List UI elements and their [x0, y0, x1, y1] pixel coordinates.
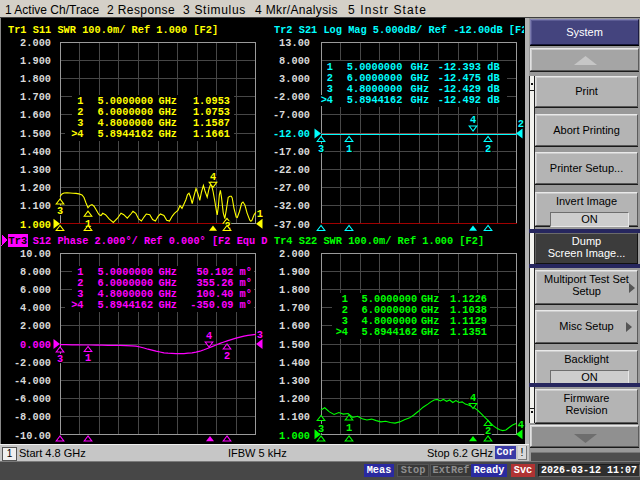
svg-text:4.000: 4.000 — [20, 302, 51, 314]
svg-text:4: 4 — [518, 419, 524, 431]
svg-text:-32.00: -32.00 — [273, 200, 310, 212]
svg-text:5.8944162: 5.8944162 — [347, 94, 403, 106]
svg-text:>4: >4 — [321, 94, 333, 106]
svg-text:2.000: 2.000 — [20, 37, 51, 49]
svg-text:4: 4 — [210, 171, 216, 183]
svg-text:Tr4 S22 SWR 100.0m/ Ref 1.000: Tr4 S22 SWR 100.0m/ Ref 1.000 [F2] — [274, 235, 484, 247]
svg-text:1.300: 1.300 — [20, 164, 51, 176]
svg-text:1.000: 1.000 — [279, 430, 310, 442]
svg-text:m°: m° — [240, 299, 252, 311]
svg-text:-17.00: -17.00 — [273, 146, 310, 158]
svg-text:6.000: 6.000 — [20, 284, 51, 296]
svg-text:1.500: 1.500 — [20, 128, 51, 140]
svg-text:4: 4 — [470, 114, 476, 126]
svg-text:2: 2 — [485, 425, 491, 437]
svg-text:-350.09: -350.09 — [190, 299, 233, 311]
svg-text:-12.00: -12.00 — [273, 128, 310, 140]
svg-text:Tr1 S11 SWR 100.0m/ Ref 1.000: Tr1 S11 SWR 100.0m/ Ref 1.000 [F2] — [8, 24, 218, 36]
svg-text:1.1661: 1.1661 — [193, 128, 230, 140]
svg-text:Tr3: Tr3 — [9, 235, 28, 247]
svg-text:10.00: 10.00 — [20, 248, 51, 260]
svg-text:1.200: 1.200 — [279, 393, 310, 405]
svg-text:1.900: 1.900 — [279, 266, 310, 278]
svg-text:1.000: 1.000 — [20, 219, 51, 231]
svg-text:-4.000: -4.000 — [14, 375, 51, 387]
svg-text:1.200: 1.200 — [20, 182, 51, 194]
svg-text:3: 3 — [318, 143, 324, 155]
svg-text:-7.000: -7.000 — [273, 109, 310, 121]
svg-text:1: 1 — [346, 422, 352, 434]
svg-text:2: 2 — [224, 350, 230, 362]
svg-text:1.400: 1.400 — [20, 146, 51, 158]
svg-text:-12.492: -12.492 — [438, 94, 481, 106]
svg-text:-27.00: -27.00 — [273, 182, 310, 194]
svg-text:5.8944162: 5.8944162 — [98, 128, 154, 140]
svg-text:GHz: GHz — [421, 326, 440, 338]
svg-text:3: 3 — [257, 329, 263, 341]
svg-text:3: 3 — [57, 205, 63, 217]
svg-text:1.500: 1.500 — [279, 339, 310, 351]
svg-text:Tr3 S12 Phase 2.000°/ Ref 0.00: Tr3 S12 Phase 2.000°/ Ref 0.000° [F2 Equ… — [8, 235, 268, 247]
svg-text:1: 1 — [85, 352, 91, 364]
svg-text:GHz: GHz — [159, 128, 178, 140]
svg-text:1.900: 1.900 — [20, 55, 51, 67]
svg-text:13.00: 13.00 — [279, 37, 310, 49]
svg-text:1: 1 — [257, 208, 263, 220]
svg-text:4: 4 — [206, 330, 212, 342]
svg-text:-10.00: -10.00 — [14, 430, 51, 442]
svg-text:-2.000: -2.000 — [273, 91, 310, 103]
svg-text:>4: >4 — [336, 326, 348, 338]
svg-text:-8.000: -8.000 — [14, 411, 51, 423]
svg-text:1.700: 1.700 — [279, 302, 310, 314]
svg-text:1.400: 1.400 — [279, 357, 310, 369]
svg-text:>4: >4 — [71, 299, 83, 311]
svg-text:-22.00: -22.00 — [273, 164, 310, 176]
svg-text:GHz: GHz — [159, 299, 178, 311]
svg-text:1.800: 1.800 — [20, 73, 51, 85]
svg-text:0.000: 0.000 — [20, 339, 51, 351]
svg-text:5.8944162: 5.8944162 — [362, 326, 418, 338]
svg-text:4: 4 — [470, 392, 476, 404]
svg-text:1.300: 1.300 — [279, 375, 310, 387]
svg-text:-2.000: -2.000 — [14, 357, 51, 369]
svg-text:1: 1 — [346, 143, 352, 155]
svg-text:2.000: 2.000 — [20, 320, 51, 332]
svg-text:2: 2 — [485, 143, 491, 155]
svg-text:>4: >4 — [71, 128, 83, 140]
svg-text:1.600: 1.600 — [20, 109, 51, 121]
svg-text:1.700: 1.700 — [20, 91, 51, 103]
svg-text:GHz: GHz — [411, 94, 430, 106]
svg-text:5.8944162: 5.8944162 — [98, 299, 154, 311]
svg-text:-6.000: -6.000 — [14, 393, 51, 405]
svg-text:Tr2 S21 Log Mag 5.000dB/ Ref -: Tr2 S21 Log Mag 5.000dB/ Ref -12.00dB [F… — [274, 24, 534, 36]
svg-text:-37.00: -37.00 — [273, 219, 310, 231]
svg-text:8.000: 8.000 — [279, 55, 310, 67]
svg-text:3: 3 — [57, 353, 63, 365]
svg-text:3.000: 3.000 — [279, 73, 310, 85]
svg-text:1.600: 1.600 — [279, 320, 310, 332]
svg-text:3: 3 — [318, 423, 324, 435]
svg-text:1.1351: 1.1351 — [450, 326, 487, 338]
svg-text:2: 2 — [518, 118, 524, 130]
svg-text:1.100: 1.100 — [20, 200, 51, 212]
svg-text:1.800: 1.800 — [279, 284, 310, 296]
svg-text:dB: dB — [487, 94, 499, 106]
svg-text:8.000: 8.000 — [20, 266, 51, 278]
svg-text:2.000: 2.000 — [279, 248, 310, 260]
svg-text:1.100: 1.100 — [279, 411, 310, 423]
